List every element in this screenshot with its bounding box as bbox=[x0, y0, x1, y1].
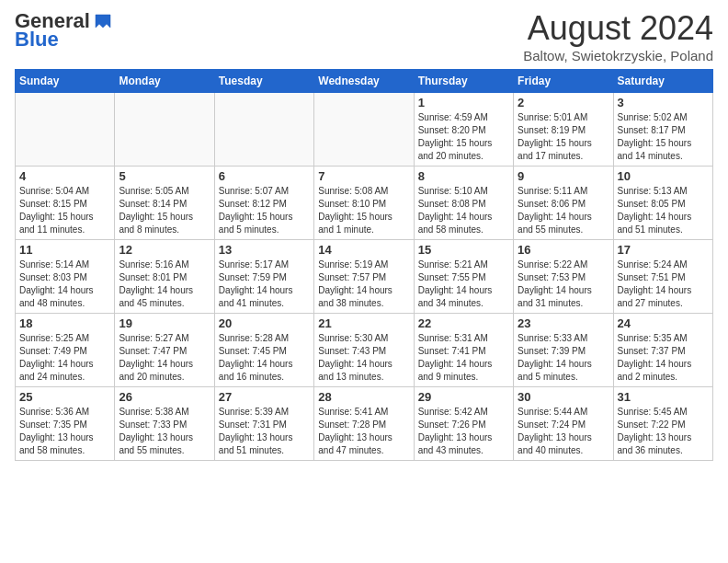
col-header-thursday: Thursday bbox=[414, 70, 513, 93]
day-number: 3 bbox=[618, 96, 709, 109]
day-info: Sunrise: 5:02 AM Sunset: 8:17 PM Dayligh… bbox=[618, 111, 709, 163]
week-row-5: 25Sunrise: 5:36 AM Sunset: 7:35 PM Dayli… bbox=[16, 387, 713, 461]
day-info: Sunrise: 5:31 AM Sunset: 7:41 PM Dayligh… bbox=[418, 332, 509, 384]
day-info: Sunrise: 5:05 AM Sunset: 8:14 PM Dayligh… bbox=[119, 185, 210, 236]
day-info: Sunrise: 5:14 AM Sunset: 8:03 PM Dayligh… bbox=[19, 259, 110, 310]
day-info: Sunrise: 5:38 AM Sunset: 7:33 PM Dayligh… bbox=[119, 406, 210, 457]
day-info: Sunrise: 5:16 AM Sunset: 8:01 PM Dayligh… bbox=[119, 259, 210, 310]
month-year: August 2024 bbox=[523, 9, 713, 48]
calendar-cell: 14Sunrise: 5:19 AM Sunset: 7:57 PM Dayli… bbox=[314, 240, 414, 314]
calendar-cell: 19Sunrise: 5:27 AM Sunset: 7:47 PM Dayli… bbox=[115, 314, 214, 387]
day-info: Sunrise: 5:42 AM Sunset: 7:26 PM Dayligh… bbox=[418, 406, 509, 457]
day-number: 17 bbox=[618, 243, 709, 257]
calendar-cell: 30Sunrise: 5:44 AM Sunset: 7:24 PM Dayli… bbox=[514, 387, 613, 461]
calendar-cell: 27Sunrise: 5:39 AM Sunset: 7:31 PM Dayli… bbox=[214, 387, 313, 461]
day-info: Sunrise: 5:04 AM Sunset: 8:15 PM Dayligh… bbox=[19, 185, 110, 236]
week-row-1: 1Sunrise: 4:59 AM Sunset: 8:20 PM Daylig… bbox=[16, 93, 713, 167]
col-header-saturday: Saturday bbox=[613, 70, 712, 93]
day-number: 30 bbox=[518, 390, 609, 404]
day-number: 15 bbox=[418, 243, 509, 257]
day-info: Sunrise: 5:44 AM Sunset: 7:24 PM Dayligh… bbox=[518, 406, 609, 457]
col-header-monday: Monday bbox=[115, 70, 214, 93]
col-header-wednesday: Wednesday bbox=[314, 70, 414, 93]
calendar-cell: 31Sunrise: 5:45 AM Sunset: 7:22 PM Dayli… bbox=[613, 387, 712, 461]
calendar-cell: 8Sunrise: 5:10 AM Sunset: 8:08 PM Daylig… bbox=[414, 167, 513, 240]
day-info: Sunrise: 5:41 AM Sunset: 7:28 PM Dayligh… bbox=[318, 406, 409, 457]
calendar-cell: 5Sunrise: 5:05 AM Sunset: 8:14 PM Daylig… bbox=[115, 167, 214, 240]
day-info: Sunrise: 5:39 AM Sunset: 7:31 PM Dayligh… bbox=[219, 406, 310, 457]
week-row-4: 18Sunrise: 5:25 AM Sunset: 7:49 PM Dayli… bbox=[16, 314, 713, 387]
day-number: 7 bbox=[318, 169, 409, 183]
day-info: Sunrise: 5:33 AM Sunset: 7:39 PM Dayligh… bbox=[518, 332, 609, 384]
day-number: 29 bbox=[418, 390, 509, 404]
calendar-cell: 13Sunrise: 5:17 AM Sunset: 7:59 PM Dayli… bbox=[214, 240, 313, 314]
calendar-cell: 24Sunrise: 5:35 AM Sunset: 7:37 PM Dayli… bbox=[613, 314, 712, 387]
week-row-3: 11Sunrise: 5:14 AM Sunset: 8:03 PM Dayli… bbox=[16, 240, 713, 314]
day-number: 25 bbox=[19, 390, 110, 404]
col-header-friday: Friday bbox=[514, 70, 613, 93]
calendar-cell: 28Sunrise: 5:41 AM Sunset: 7:28 PM Dayli… bbox=[314, 387, 414, 461]
calendar-cell bbox=[115, 93, 214, 167]
day-number: 13 bbox=[219, 243, 310, 257]
day-number: 1 bbox=[418, 96, 509, 109]
day-number: 18 bbox=[19, 316, 110, 330]
calendar-cell: 10Sunrise: 5:13 AM Sunset: 8:05 PM Dayli… bbox=[613, 167, 712, 240]
day-number: 20 bbox=[219, 316, 310, 330]
day-number: 16 bbox=[518, 243, 609, 257]
calendar-cell: 3Sunrise: 5:02 AM Sunset: 8:17 PM Daylig… bbox=[613, 93, 712, 167]
day-info: Sunrise: 5:35 AM Sunset: 7:37 PM Dayligh… bbox=[618, 332, 709, 384]
calendar-cell: 9Sunrise: 5:11 AM Sunset: 8:06 PM Daylig… bbox=[514, 167, 613, 240]
calendar-cell: 16Sunrise: 5:22 AM Sunset: 7:53 PM Dayli… bbox=[514, 240, 613, 314]
day-info: Sunrise: 5:07 AM Sunset: 8:12 PM Dayligh… bbox=[219, 185, 310, 236]
day-number: 12 bbox=[119, 243, 210, 257]
day-info: Sunrise: 5:24 AM Sunset: 7:51 PM Dayligh… bbox=[618, 259, 709, 310]
day-number: 26 bbox=[119, 390, 210, 404]
day-info: Sunrise: 5:11 AM Sunset: 8:06 PM Dayligh… bbox=[518, 185, 609, 236]
logo: General Blue bbox=[15, 9, 112, 52]
day-number: 22 bbox=[418, 316, 509, 330]
location: Baltow, Swietokrzyskie, Poland bbox=[523, 48, 713, 63]
day-number: 10 bbox=[618, 169, 709, 183]
day-number: 8 bbox=[418, 169, 509, 183]
day-info: Sunrise: 5:21 AM Sunset: 7:55 PM Dayligh… bbox=[418, 259, 509, 310]
day-info: Sunrise: 5:01 AM Sunset: 8:19 PM Dayligh… bbox=[518, 111, 609, 163]
col-header-tuesday: Tuesday bbox=[214, 70, 313, 93]
calendar-cell: 29Sunrise: 5:42 AM Sunset: 7:26 PM Dayli… bbox=[414, 387, 513, 461]
calendar-cell: 11Sunrise: 5:14 AM Sunset: 8:03 PM Dayli… bbox=[16, 240, 115, 314]
calendar-cell: 12Sunrise: 5:16 AM Sunset: 8:01 PM Dayli… bbox=[115, 240, 214, 314]
calendar-cell: 17Sunrise: 5:24 AM Sunset: 7:51 PM Dayli… bbox=[613, 240, 712, 314]
day-number: 6 bbox=[219, 169, 310, 183]
calendar-cell bbox=[314, 93, 414, 167]
day-number: 23 bbox=[518, 316, 609, 330]
day-number: 11 bbox=[19, 243, 110, 257]
week-row-2: 4Sunrise: 5:04 AM Sunset: 8:15 PM Daylig… bbox=[16, 167, 713, 240]
day-info: Sunrise: 4:59 AM Sunset: 8:20 PM Dayligh… bbox=[418, 111, 509, 163]
calendar-cell: 1Sunrise: 4:59 AM Sunset: 8:20 PM Daylig… bbox=[414, 93, 513, 167]
day-number: 31 bbox=[618, 390, 709, 404]
day-number: 4 bbox=[19, 169, 110, 183]
day-info: Sunrise: 5:25 AM Sunset: 7:49 PM Dayligh… bbox=[19, 332, 110, 384]
day-info: Sunrise: 5:28 AM Sunset: 7:45 PM Dayligh… bbox=[219, 332, 310, 384]
calendar-cell: 25Sunrise: 5:36 AM Sunset: 7:35 PM Dayli… bbox=[16, 387, 115, 461]
day-number: 28 bbox=[318, 390, 409, 404]
calendar-cell: 18Sunrise: 5:25 AM Sunset: 7:49 PM Dayli… bbox=[16, 314, 115, 387]
day-number: 21 bbox=[318, 316, 409, 330]
day-info: Sunrise: 5:13 AM Sunset: 8:05 PM Dayligh… bbox=[618, 185, 709, 236]
calendar-table: SundayMondayTuesdayWednesdayThursdayFrid… bbox=[15, 69, 713, 461]
day-info: Sunrise: 5:08 AM Sunset: 8:10 PM Dayligh… bbox=[318, 185, 409, 236]
col-header-sunday: Sunday bbox=[16, 70, 115, 93]
calendar-cell: 23Sunrise: 5:33 AM Sunset: 7:39 PM Dayli… bbox=[514, 314, 613, 387]
logo-blue: Blue bbox=[15, 28, 112, 52]
calendar-cell: 4Sunrise: 5:04 AM Sunset: 8:15 PM Daylig… bbox=[16, 167, 115, 240]
title-area: August 2024 Baltow, Swietokrzyskie, Pola… bbox=[523, 9, 713, 63]
day-number: 14 bbox=[318, 243, 409, 257]
header: General Blue August 2024 Baltow, Swietok… bbox=[15, 9, 713, 63]
day-number: 19 bbox=[119, 316, 210, 330]
calendar-cell: 7Sunrise: 5:08 AM Sunset: 8:10 PM Daylig… bbox=[314, 167, 414, 240]
calendar-cell: 6Sunrise: 5:07 AM Sunset: 8:12 PM Daylig… bbox=[214, 167, 313, 240]
day-number: 27 bbox=[219, 390, 310, 404]
calendar-cell: 26Sunrise: 5:38 AM Sunset: 7:33 PM Dayli… bbox=[115, 387, 214, 461]
day-number: 24 bbox=[618, 316, 709, 330]
day-info: Sunrise: 5:10 AM Sunset: 8:08 PM Dayligh… bbox=[418, 185, 509, 236]
calendar-cell: 15Sunrise: 5:21 AM Sunset: 7:55 PM Dayli… bbox=[414, 240, 513, 314]
